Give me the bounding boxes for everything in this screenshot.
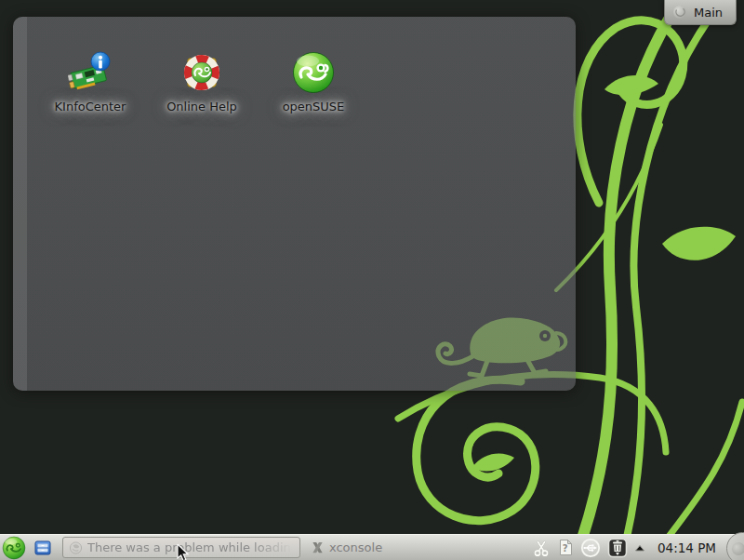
system-tray: ? xyxy=(532,538,716,558)
tray-expander-icon[interactable] xyxy=(634,543,645,553)
desktop-icon-online-help[interactable]: Online Help xyxy=(155,50,248,113)
panel-cashew-icon[interactable] xyxy=(726,532,744,560)
online-help-icon xyxy=(179,50,224,95)
cashew-icon xyxy=(672,5,687,20)
task-label: There was a problem while loading the xyxy=(87,540,294,554)
folder-view-widget[interactable]: KInfoCenter Online Help xyxy=(13,17,576,391)
svg-text:?: ? xyxy=(563,543,568,553)
x11-icon xyxy=(311,540,325,554)
usb-device-icon[interactable] xyxy=(580,538,601,558)
icon-label: KInfoCenter xyxy=(55,100,126,113)
desktop-icon-kinfocenter[interactable]: KInfoCenter xyxy=(44,50,137,113)
toolbox-label: Main xyxy=(694,6,723,20)
mouse-cursor xyxy=(177,544,190,560)
icon-label: openSUSE xyxy=(283,100,345,113)
task-label: xconsole xyxy=(329,540,382,554)
taskbar-panel: There was a problem while loading the xc… xyxy=(0,534,744,560)
application-launcher-button[interactable] xyxy=(2,537,26,559)
desktop-icon-opensuse[interactable]: openSUSE xyxy=(267,50,360,113)
opensuse-icon xyxy=(291,50,336,95)
desktop: KInfoCenter Online Help xyxy=(0,0,744,560)
opensuse-menu-icon xyxy=(2,536,26,560)
kinfocenter-icon xyxy=(68,50,113,95)
scissors-icon[interactable] xyxy=(532,539,551,557)
app-icon-faded xyxy=(69,540,83,555)
cashew-swirl xyxy=(732,542,744,555)
desktop-toolbox-main[interactable]: Main xyxy=(664,0,737,25)
digital-clock[interactable]: 04:14 PM xyxy=(658,540,716,555)
trash-icon[interactable] xyxy=(607,538,628,558)
folder-view-left-edge xyxy=(13,17,27,391)
task-button-xconsole[interactable]: xconsole xyxy=(304,537,389,558)
note-question-icon[interactable]: ? xyxy=(557,539,574,556)
quick-launch-button[interactable] xyxy=(34,537,51,559)
icon-label: Online Help xyxy=(166,100,237,113)
file-drawer-icon xyxy=(34,540,51,556)
